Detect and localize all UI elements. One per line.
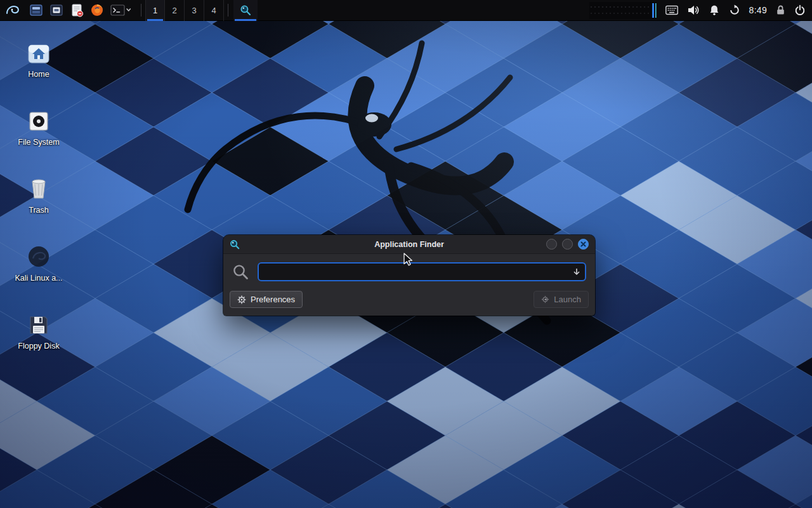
panel-separator	[141, 4, 141, 17]
workspace-switcher: 1 2 3 4	[145, 0, 224, 21]
file-manager-launcher[interactable]	[29, 0, 43, 21]
workspace-3[interactable]: 3	[185, 0, 204, 21]
desktop-icon-home[interactable]: Home	[11, 36, 66, 98]
panel-separator	[228, 4, 228, 17]
workspace-label: 1	[153, 6, 157, 15]
desktop-icon-list: Home File System Trash	[11, 36, 66, 375]
firefox-icon	[90, 3, 104, 17]
action-row: Preferences Launch	[223, 286, 595, 316]
desktop: Home File System Trash	[0, 0, 812, 508]
workspace-1[interactable]: 1	[145, 0, 165, 21]
filesystem-icon	[27, 104, 50, 133]
desktop-icon-kali-docs[interactable]: Kali Linux a...	[11, 239, 66, 302]
system-monitor-graph[interactable]	[589, 2, 657, 19]
preferences-label: Preferences	[251, 295, 295, 304]
floppy-disk-icon	[27, 307, 50, 337]
desktop-icon-label: Trash	[29, 206, 49, 215]
lock-icon[interactable]	[776, 4, 785, 16]
preferences-button[interactable]: Preferences	[230, 291, 303, 308]
notifications-bell-icon[interactable]	[709, 4, 720, 16]
desktop-icon-filesystem[interactable]: File System	[11, 104, 66, 166]
desktop-icon-label: Floppy Disk	[18, 342, 59, 351]
window-title: Application Finder	[223, 240, 595, 249]
desktop-icon-label: File System	[18, 138, 59, 147]
desktop-icon-floppy[interactable]: Floppy Disk	[11, 307, 66, 370]
home-icon	[27, 36, 50, 65]
power-icon[interactable]	[794, 4, 806, 16]
keyboard-icon[interactable]	[665, 5, 678, 15]
search-row	[223, 254, 595, 286]
desktop-icon-label: Home	[28, 70, 49, 79]
launch-label: Launch	[554, 295, 581, 304]
application-finder-window: Application Finder	[223, 235, 595, 316]
gear-icon	[237, 295, 246, 304]
kali-docs-icon	[27, 239, 51, 269]
file-manager-icon	[29, 3, 43, 17]
workspace-label: 3	[192, 6, 196, 15]
search-input-wrap	[258, 262, 586, 281]
close-button[interactable]	[578, 239, 589, 250]
updates-icon[interactable]	[729, 4, 740, 16]
trash-icon	[28, 171, 49, 201]
close-icon	[580, 241, 586, 247]
applications-menu-button[interactable]	[0, 0, 24, 21]
root-file-manager-icon	[49, 3, 63, 17]
window-controls	[546, 239, 589, 250]
taskbar-item-application-finder[interactable]	[233, 0, 258, 21]
application-finder-window-icon	[230, 239, 240, 250]
titlebar[interactable]: Application Finder	[223, 235, 595, 254]
search-input[interactable]	[258, 262, 586, 281]
desktop-icon-label: Kali Linux a...	[15, 274, 62, 283]
clock[interactable]: 8:49	[749, 5, 767, 15]
desktop-icon-trash[interactable]: Trash	[11, 171, 66, 234]
maximize-button[interactable]	[562, 239, 573, 250]
top-panel: 1 2 3 4	[0, 0, 812, 21]
text-editor-launcher[interactable]	[70, 0, 84, 21]
terminal-launcher[interactable]	[110, 0, 132, 21]
launcher-bar	[24, 0, 137, 21]
search-icon	[240, 4, 251, 16]
launch-button[interactable]: Launch	[534, 291, 589, 308]
volume-icon[interactable]	[687, 4, 700, 17]
workspace-4[interactable]: 4	[204, 0, 224, 21]
workspace-2[interactable]: 2	[165, 0, 185, 21]
kali-menu-icon	[4, 3, 20, 18]
search-icon	[232, 264, 249, 281]
workspace-label: 4	[211, 6, 216, 15]
minimize-button[interactable]	[546, 239, 557, 250]
text-editor-icon	[70, 3, 84, 17]
dropdown-arrow-icon[interactable]	[572, 267, 581, 276]
workspace-label: 2	[172, 6, 176, 15]
launch-gear-icon	[541, 295, 549, 304]
terminal-dropdown-icon	[110, 3, 132, 17]
system-tray: 8:49	[589, 2, 812, 19]
firefox-launcher[interactable]	[90, 0, 104, 21]
root-file-manager-launcher[interactable]	[49, 0, 63, 21]
